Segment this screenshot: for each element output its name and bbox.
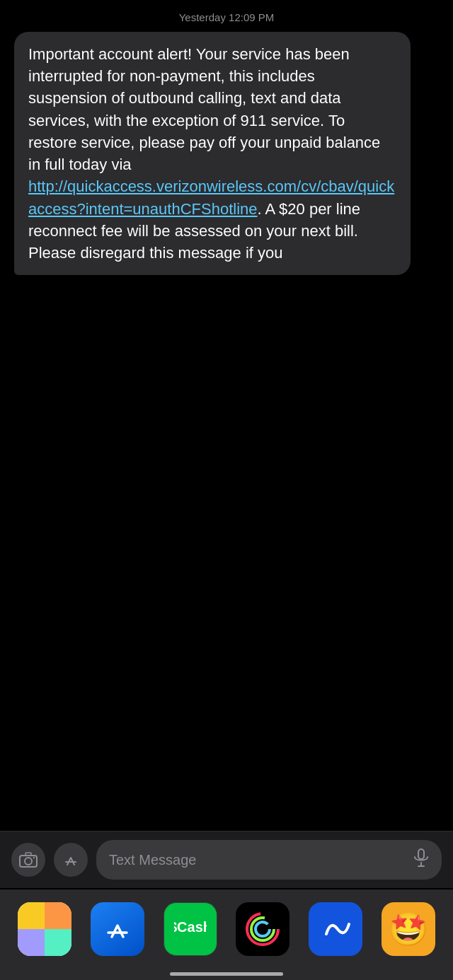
- message-text: Important account alert! Your service ha…: [28, 45, 394, 262]
- dock: $Cash 🤩: [0, 889, 453, 980]
- app-store-button[interactable]: [54, 843, 88, 877]
- message-timestamp: Yesterday 12:09 PM: [0, 0, 453, 32]
- svg-text:$Cash: $Cash: [174, 919, 207, 935]
- dock-cash-app[interactable]: $Cash: [164, 902, 217, 956]
- memoji-emoji: 🤩: [388, 913, 428, 945]
- svg-point-4: [25, 858, 32, 865]
- mic-button[interactable]: [413, 848, 429, 871]
- cash-label: $Cash: [174, 911, 207, 947]
- app-store-icon: [101, 913, 134, 945]
- content-wrapper: Yesterday 12:09 PM Important account ale…: [0, 0, 453, 888]
- svg-rect-7: [418, 849, 424, 859]
- dock-memoji[interactable]: 🤩: [382, 902, 435, 956]
- shazam-icon: [319, 913, 352, 945]
- input-placeholder: Text Message: [109, 852, 196, 868]
- svg-point-14: [256, 922, 270, 936]
- message-bubble: Important account alert! Your service ha…: [14, 32, 411, 275]
- dock-photos[interactable]: [18, 902, 71, 956]
- svg-point-6: [33, 857, 35, 858]
- input-bar: Text Message: [0, 831, 453, 888]
- dock-app-store[interactable]: [91, 902, 144, 956]
- camera-button[interactable]: [11, 843, 45, 877]
- home-indicator: [170, 972, 283, 976]
- dock-shazam[interactable]: [309, 902, 362, 956]
- dock-activity[interactable]: [236, 902, 289, 956]
- message-container: Important account alert! Your service ha…: [0, 32, 453, 275]
- svg-rect-5: [25, 853, 31, 856]
- text-input[interactable]: Text Message: [96, 840, 442, 880]
- activity-icon: [244, 911, 281, 947]
